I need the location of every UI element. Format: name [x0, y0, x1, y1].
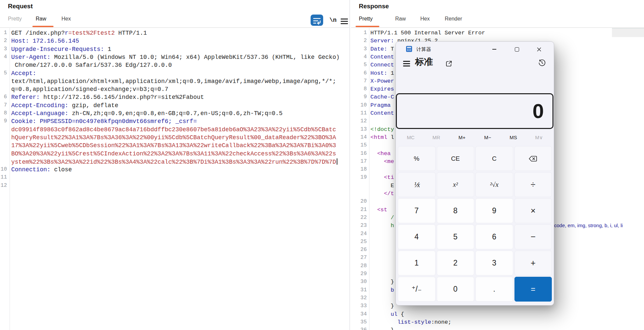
line-number: 5: [0, 70, 7, 76]
token: }: [370, 303, 394, 309]
close-button[interactable]: [531, 44, 547, 54]
negate-button[interactable]: ⁺/₋: [398, 277, 436, 302]
code-line: 2Host: 172.16.56.145: [0, 38, 349, 46]
token: [370, 223, 391, 229]
code-line: 9Cookie: PHPSESSID=n0c497e8kfpqn0dmvt66s…: [0, 118, 349, 126]
tab-hex[interactable]: Hex: [61, 16, 71, 22]
token: b: [391, 287, 394, 293]
tab-pretty[interactable]: Pretty: [8, 16, 22, 22]
digit-4-button[interactable]: 4: [398, 225, 436, 249]
line-number: 2: [0, 38, 7, 44]
token: [370, 190, 384, 197]
square-button[interactable]: x²: [437, 172, 474, 197]
digit-1-button[interactable]: 1: [398, 251, 436, 275]
memory-subtract-button[interactable]: M−: [475, 132, 501, 144]
active-tab-underline: [32, 26, 54, 27]
token: Cache-C: [370, 94, 394, 100]
line-number: 8: [351, 86, 367, 92]
line-number: 15: [351, 142, 367, 148]
request-panel: Request PrettyRawHex \n 1GET /index.php?…: [0, 0, 349, 330]
response-title: Response: [359, 3, 389, 10]
square-root-button[interactable]: ²√x: [475, 172, 513, 197]
line-number: 14: [351, 134, 367, 140]
code-line: q=0.8,application/signed-exchange;v=b3;q…: [0, 86, 349, 94]
divide-button[interactable]: ÷: [514, 172, 552, 197]
token: GET /index.php?: [11, 30, 65, 36]
token: Accept:: [11, 70, 36, 77]
token: BO%3A20%3A%22yii%5Crest%5CIndexAction%22…: [11, 150, 336, 157]
minimize-button[interactable]: [487, 44, 502, 54]
token: 1: [104, 46, 111, 53]
word-wrap-button[interactable]: [311, 15, 323, 26]
memory-add-button[interactable]: M+: [449, 132, 475, 144]
subtract-button[interactable]: −: [514, 225, 552, 249]
token: [370, 207, 377, 213]
decimal-button[interactable]: .: [475, 277, 513, 302]
display-value: 0: [533, 94, 544, 128]
line-content: ul {: [370, 311, 404, 317]
digit-9-button[interactable]: 9: [475, 198, 513, 223]
line-number: 33: [351, 303, 367, 309]
equals-button[interactable]: =: [514, 277, 552, 302]
line-number: 11: [0, 174, 7, 180]
tab-raw[interactable]: Raw: [395, 16, 406, 22]
reciprocal-button[interactable]: ⅟x: [398, 172, 436, 197]
multiply-button[interactable]: ×: [514, 198, 552, 223]
digit-7-button[interactable]: 7: [398, 198, 436, 223]
editor-menu-icon[interactable]: [341, 19, 348, 25]
code-line: 5Accept:: [0, 70, 349, 78]
token: text/html,application/xhtml+xml,applicat…: [11, 78, 336, 85]
tab-pretty[interactable]: Pretty: [359, 16, 373, 22]
maximize-button[interactable]: [509, 44, 524, 54]
keep-on-top-icon[interactable]: [445, 60, 452, 67]
line-number: 7: [351, 78, 367, 84]
mode-label: 标准: [415, 56, 433, 68]
line-number: 7: [0, 102, 7, 108]
memory-clear-button[interactable]: MC: [398, 132, 424, 144]
digit-0-button[interactable]: 0: [437, 277, 474, 302]
tabbar-divider: [351, 27, 644, 28]
digit-6-button[interactable]: 6: [475, 225, 513, 249]
token: zh-CN,zh;q=0.9,en;q=0.8,en-GB;q=0.7,en-U…: [68, 110, 283, 117]
backspace-button[interactable]: [514, 146, 552, 171]
line-content: <st: [370, 207, 387, 213]
memory-store-button[interactable]: MS: [501, 132, 526, 144]
line-content: Expires: [370, 86, 394, 92]
tab-raw[interactable]: Raw: [36, 16, 46, 22]
line-content: Chrome/127.0.0.0 Safari/537.36 Edg/127.0…: [11, 62, 172, 68]
digit-3-button[interactable]: 3: [475, 251, 513, 275]
line-number: 2: [351, 38, 367, 44]
memory-flyout-button[interactable]: M∨: [526, 132, 552, 144]
digit-8-button[interactable]: 8: [437, 198, 474, 223]
token: Chrome/127.0.0.0 Safari/537.36 Edg/127.0…: [11, 62, 172, 68]
request-editor[interactable]: 1GET /index.php?r=test%2Ftest2 HTTP/1.12…: [0, 28, 349, 330]
clear-button[interactable]: C: [475, 146, 513, 171]
line-content: <html l: [370, 134, 394, 141]
clear-entry-button[interactable]: CE: [437, 146, 474, 171]
digit-2-button[interactable]: 2: [437, 251, 474, 275]
line-content: Accept-Encoding: gzip, deflate: [11, 102, 118, 109]
percent-button[interactable]: %: [398, 146, 436, 171]
response-scrollbar[interactable]: [612, 28, 644, 37]
line-number: 6: [351, 70, 367, 76]
menu-icon[interactable]: [403, 61, 410, 68]
newline-toggle[interactable]: \n: [329, 17, 337, 23]
code-line: Chrome/127.0.0.0 Safari/537.36 Edg/127.0…: [0, 62, 349, 70]
line-number: 32: [351, 295, 367, 301]
token: Connection:: [11, 166, 51, 173]
token: hQueryResult%22%3A1%3A%7Bs%3A36%3A%22%00…: [11, 134, 336, 141]
code-line: 36 }: [351, 327, 644, 330]
token: HTTP/1.1: [115, 30, 147, 36]
add-button[interactable]: +: [514, 251, 552, 275]
line-number: 10: [0, 166, 7, 172]
response-tab-bar: PrettyRawHexRender: [351, 16, 644, 26]
memory-recall-button[interactable]: MR: [424, 132, 449, 144]
history-icon[interactable]: [538, 59, 546, 67]
tab-hex[interactable]: Hex: [420, 16, 430, 22]
line-content: X-Power: [370, 78, 394, 84]
tab-render[interactable]: Render: [445, 16, 462, 22]
digit-5-button[interactable]: 5: [437, 225, 474, 249]
panel-divider[interactable]: [350, 0, 350, 330]
token: dc09914f89863c0f862ad8c4be8679ac84a716bd…: [11, 126, 336, 133]
code-line: 35 list-style:none;: [351, 319, 644, 327]
